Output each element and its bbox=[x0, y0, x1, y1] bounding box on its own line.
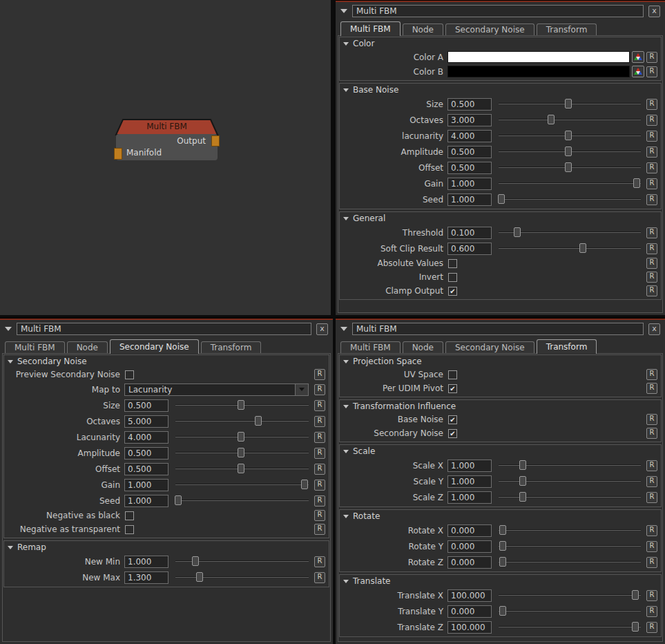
section-header[interactable]: Projection Space bbox=[340, 355, 661, 368]
value-field[interactable]: 0.500 bbox=[124, 399, 168, 412]
section-collapse-icon[interactable] bbox=[8, 546, 13, 549]
reset-button[interactable]: R bbox=[314, 448, 325, 459]
value-field[interactable]: 100.000 bbox=[447, 589, 492, 602]
slider[interactable] bbox=[499, 178, 641, 189]
reset-button[interactable]: R bbox=[314, 464, 325, 475]
slider-handle[interactable] bbox=[548, 115, 555, 124]
value-field[interactable]: 0.100 bbox=[447, 227, 492, 239]
value-field[interactable]: 1.300 bbox=[124, 571, 168, 584]
collapse-arrow-icon[interactable] bbox=[340, 327, 347, 331]
reset-button[interactable]: R bbox=[314, 369, 325, 380]
slider-handle[interactable] bbox=[238, 432, 244, 442]
section-collapse-icon[interactable] bbox=[343, 42, 349, 46]
slider-track[interactable] bbox=[499, 198, 641, 200]
tab-node[interactable]: Node bbox=[403, 341, 443, 353]
reset-button[interactable]: R bbox=[646, 115, 657, 126]
slider-handle[interactable] bbox=[192, 556, 199, 566]
slider[interactable] bbox=[175, 431, 309, 443]
reset-button[interactable]: R bbox=[646, 258, 657, 269]
slider-handle[interactable] bbox=[565, 99, 572, 108]
tab-multi-fbm[interactable]: Multi FBM bbox=[340, 21, 401, 36]
section-header[interactable]: Remap bbox=[4, 541, 329, 553]
reset-button[interactable]: R bbox=[314, 572, 325, 583]
dropdown-button[interactable] bbox=[295, 384, 308, 395]
checkbox[interactable] bbox=[448, 273, 457, 282]
tab-transform[interactable]: Transform bbox=[537, 339, 597, 354]
checkbox[interactable]: ✔ bbox=[448, 287, 457, 296]
value-field[interactable]: 0.000 bbox=[447, 556, 492, 569]
slider[interactable] bbox=[175, 571, 309, 583]
slider-track[interactable] bbox=[499, 561, 641, 562]
tab-multi-fbm[interactable]: Multi FBM bbox=[340, 341, 401, 353]
value-field[interactable]: 100.000 bbox=[447, 621, 492, 634]
tab-multi-fbm[interactable]: Multi FBM bbox=[5, 341, 65, 353]
value-field[interactable]: 1.000 bbox=[447, 178, 492, 190]
slider-track[interactable] bbox=[499, 545, 641, 547]
value-field[interactable]: 0.500 bbox=[447, 146, 492, 158]
value-field[interactable]: 0.000 bbox=[447, 540, 492, 553]
checkbox[interactable]: ✔ bbox=[448, 384, 457, 393]
slider[interactable] bbox=[499, 491, 641, 503]
reset-button[interactable]: R bbox=[314, 384, 325, 395]
section-collapse-icon[interactable] bbox=[343, 88, 349, 92]
slider-handle[interactable] bbox=[514, 227, 521, 237]
dropdown[interactable]: Lacunarity bbox=[124, 383, 309, 396]
section-header[interactable]: Secondary Noise bbox=[4, 355, 329, 368]
value-field[interactable]: 1.000 bbox=[124, 495, 168, 507]
reset-button[interactable]: R bbox=[314, 556, 325, 567]
section-header[interactable]: Color bbox=[340, 37, 661, 50]
slider[interactable] bbox=[499, 540, 641, 552]
slider[interactable] bbox=[499, 130, 641, 142]
reset-button[interactable]: R bbox=[646, 227, 657, 238]
section-collapse-icon[interactable] bbox=[343, 217, 349, 220]
reset-button[interactable]: R bbox=[314, 495, 325, 506]
value-field[interactable]: 1.000 bbox=[447, 491, 492, 504]
slider[interactable] bbox=[499, 193, 641, 205]
slider[interactable] bbox=[499, 114, 641, 126]
slider[interactable] bbox=[499, 621, 641, 633]
slider[interactable] bbox=[499, 589, 641, 601]
slider-track[interactable] bbox=[499, 182, 641, 184]
panel-title[interactable]: Multi FBM bbox=[17, 323, 311, 335]
section-collapse-icon[interactable] bbox=[343, 360, 349, 363]
slider[interactable] bbox=[499, 460, 641, 471]
collapse-arrow-icon[interactable] bbox=[5, 327, 12, 331]
checkbox[interactable] bbox=[125, 525, 134, 534]
color-picker-button[interactable] bbox=[632, 66, 644, 77]
color-swatch[interactable] bbox=[447, 66, 630, 77]
checkbox[interactable] bbox=[448, 259, 457, 268]
slider[interactable] bbox=[499, 524, 641, 536]
value-field[interactable]: 4.000 bbox=[447, 130, 492, 142]
slider-track[interactable] bbox=[499, 119, 641, 120]
slider[interactable] bbox=[499, 556, 641, 568]
section-collapse-icon[interactable] bbox=[343, 450, 349, 453]
reset-button[interactable]: R bbox=[646, 194, 657, 205]
slider-handle[interactable] bbox=[238, 448, 244, 457]
slider-handle[interactable] bbox=[633, 178, 640, 188]
tab-secondary-noise[interactable]: Secondary Noise bbox=[110, 339, 199, 354]
section-collapse-icon[interactable] bbox=[8, 360, 13, 363]
slider-handle[interactable] bbox=[499, 557, 506, 567]
reset-button[interactable]: R bbox=[646, 414, 657, 425]
value-field[interactable]: 5.000 bbox=[124, 415, 168, 428]
slider-track[interactable] bbox=[499, 626, 641, 627]
reset-button[interactable]: R bbox=[646, 383, 657, 394]
color-picker-button[interactable] bbox=[632, 51, 644, 63]
tab-node[interactable]: Node bbox=[403, 23, 443, 35]
node-body[interactable]: Output Manifold bbox=[116, 134, 218, 160]
checkbox[interactable] bbox=[125, 370, 134, 379]
slider[interactable] bbox=[175, 463, 309, 475]
reset-button[interactable]: R bbox=[646, 428, 657, 439]
node-output-port[interactable] bbox=[211, 135, 220, 146]
slider-handle[interactable] bbox=[499, 606, 506, 616]
value-field[interactable]: 4.000 bbox=[124, 431, 168, 444]
reset-button[interactable]: R bbox=[646, 492, 657, 503]
slider-handle[interactable] bbox=[301, 480, 308, 489]
close-button[interactable]: x bbox=[648, 6, 660, 17]
reset-button[interactable]: R bbox=[646, 606, 657, 617]
value-field[interactable]: 0.500 bbox=[124, 447, 168, 460]
slider[interactable] bbox=[499, 227, 641, 238]
value-field[interactable]: 1.000 bbox=[447, 460, 492, 472]
slider-handle[interactable] bbox=[579, 243, 586, 253]
slider-handle[interactable] bbox=[238, 400, 244, 410]
